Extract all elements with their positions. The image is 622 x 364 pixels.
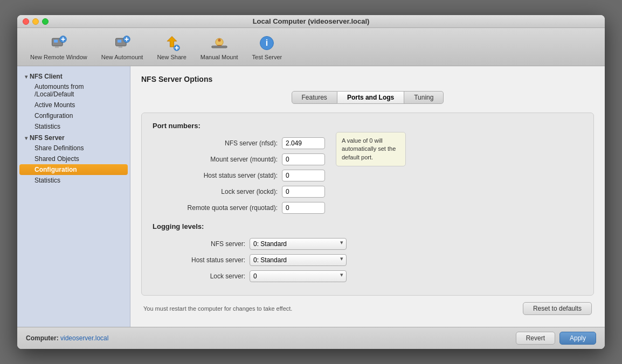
new-share-label: New Share: [157, 54, 186, 60]
statd-label: Host status server (statd):: [153, 172, 282, 179]
lockd-label: Lock server (lockd):: [153, 188, 282, 195]
statd-row: Host status server (statd):: [153, 170, 583, 181]
nfs-server-log-row: NFS server: 0: Standard 1: Verbose 2: De…: [153, 238, 583, 250]
computer-info: Computer: videoserver.local: [26, 334, 108, 342]
host-status-log-label: Host status server:: [153, 256, 250, 264]
sidebar-item-config-server[interactable]: Configuration: [19, 164, 128, 175]
sidebar-group-nfs-server: NFS Server: [17, 132, 130, 143]
manual-mount-label: Manual Mount: [201, 54, 238, 60]
revert-button[interactable]: Revert: [516, 332, 555, 345]
lock-server-log-label: Lock server:: [153, 272, 250, 280]
host-status-log-wrapper: 0: Standard 1: Verbose 2: Debug: [250, 254, 347, 266]
window-title: Local Computer (videoserver.local): [253, 17, 370, 25]
port-section-label: Port numbers:: [153, 122, 583, 130]
traffic-lights: [23, 18, 49, 25]
mountd-input[interactable]: [282, 153, 325, 165]
bottom-buttons: Revert Apply: [516, 332, 596, 345]
logging-section-label: Logging levels:: [153, 222, 583, 230]
nfs-server-log-wrapper: 0: Standard 1: Verbose 2: Debug: [250, 238, 347, 250]
svg-point-17: [218, 39, 220, 41]
content-title: NFS Server Options: [141, 75, 594, 83]
nfsd-row: NFS server (nfsd): A value of 0 will aut…: [153, 137, 583, 149]
rquotad-label: Remote quota server (rquotad):: [153, 204, 282, 212]
mountd-row: Mount server (mountd):: [153, 153, 583, 165]
content-pane: NFS Server Options Features Ports and Lo…: [130, 66, 605, 327]
tab-ports-and-logs[interactable]: Ports and Logs: [337, 91, 404, 104]
computer-value: videoserver.local: [60, 334, 108, 342]
sidebar-item-shared-objects[interactable]: Shared Objects: [19, 153, 128, 164]
minimize-button[interactable]: [32, 18, 39, 25]
host-status-log-row: Host status server: 0: Standard 1: Verbo…: [153, 254, 583, 266]
manual-mount-button[interactable]: Manual Mount: [194, 31, 245, 62]
rquotad-input[interactable]: [282, 202, 325, 214]
maximize-button[interactable]: [42, 18, 49, 25]
sidebar-item-active-mounts[interactable]: Active Mounts: [19, 100, 128, 110]
restart-notice: You must restart the computer for change…: [143, 305, 292, 312]
titlebar: Local Computer (videoserver.local): [17, 15, 605, 28]
lock-server-log-row: Lock server: 0 1 2: [153, 270, 583, 282]
main-area: NFS Client Automounts from /Local/Defaul…: [17, 66, 605, 327]
reset-defaults-button[interactable]: Reset to defaults: [523, 302, 592, 315]
computer-label: Computer:: [26, 334, 59, 342]
sidebar-item-config-client[interactable]: Configuration: [19, 110, 128, 121]
tab-tuning[interactable]: Tuning: [404, 91, 444, 104]
test-server-label: Test Server: [252, 54, 282, 60]
rquotad-row: Remote quota server (rquotad):: [153, 202, 583, 214]
svg-rect-18: [211, 46, 226, 48]
panel-box: Port numbers: NFS server (nfsd): A value…: [141, 113, 594, 296]
new-remote-window-button[interactable]: New Remote Window: [24, 31, 94, 62]
svg-rect-5: [55, 46, 59, 48]
apply-button[interactable]: Apply: [559, 332, 596, 345]
lock-server-log-select[interactable]: 0 1 2: [250, 270, 347, 282]
sidebar-item-automounts[interactable]: Automounts from /Local/Default: [19, 81, 128, 100]
new-automount-button[interactable]: New Automount: [95, 31, 150, 62]
new-remote-window-icon: [49, 33, 68, 53]
host-status-log-select[interactable]: 0: Standard 1: Verbose 2: Debug: [250, 254, 347, 266]
new-automount-label: New Automount: [101, 54, 143, 60]
nfsd-label: NFS server (nfsd):: [153, 139, 282, 147]
svg-rect-10: [118, 40, 121, 43]
bottom-panel-row: You must restart the computer for change…: [141, 301, 594, 316]
test-server-button[interactable]: i Test Server: [246, 31, 289, 62]
lock-server-log-wrapper: 0 1 2: [250, 270, 347, 282]
svg-text:i: i: [266, 38, 268, 47]
nfsd-input[interactable]: [282, 137, 325, 149]
tab-bar: Features Ports and Logs Tuning: [141, 91, 594, 104]
svg-rect-4: [54, 40, 58, 43]
main-window: Local Computer (videoserver.local) New R…: [17, 15, 605, 349]
lockd-input[interactable]: [282, 186, 325, 198]
sidebar-item-stats-client[interactable]: Statistics: [19, 121, 128, 132]
new-share-icon: [162, 33, 182, 53]
sidebar-item-share-definitions[interactable]: Share Definitions: [19, 143, 128, 153]
sidebar-group-nfs-client: NFS Client: [17, 71, 130, 81]
new-remote-window-label: New Remote Window: [30, 54, 87, 60]
sidebar-item-stats-server[interactable]: Statistics: [19, 175, 128, 186]
mountd-label: Mount server (mountd):: [153, 156, 282, 163]
lockd-row: Lock server (lockd):: [153, 186, 583, 198]
statd-input[interactable]: [282, 170, 325, 181]
manual-mount-icon: [210, 33, 229, 53]
nfs-server-log-select[interactable]: 0: Standard 1: Verbose 2: Debug: [250, 238, 347, 250]
bottom-bar: Computer: videoserver.local Revert Apply: [17, 327, 605, 349]
sidebar: NFS Client Automounts from /Local/Defaul…: [17, 66, 130, 327]
toolbar: New Remote Window New Automount: [17, 28, 605, 66]
close-button[interactable]: [23, 18, 29, 25]
new-share-button[interactable]: New Share: [150, 31, 192, 62]
new-automount-icon: [113, 33, 132, 53]
test-server-icon: i: [257, 33, 277, 53]
tab-features[interactable]: Features: [292, 91, 337, 104]
svg-rect-11: [118, 46, 122, 48]
nfs-server-log-label: NFS server:: [153, 240, 250, 248]
